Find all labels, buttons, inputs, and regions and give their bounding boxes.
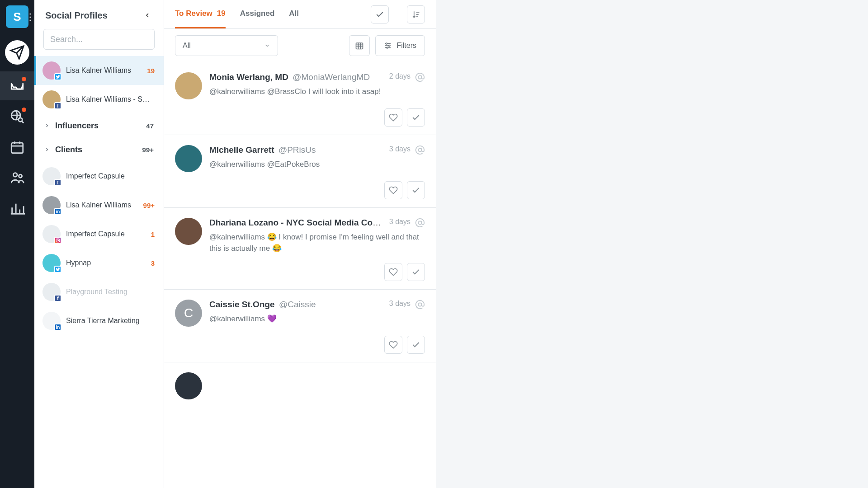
nav-rail: S <box>0 0 34 488</box>
message-time: 3 days <box>389 218 410 226</box>
check-icon <box>411 267 420 277</box>
message-item[interactable] <box>164 362 436 454</box>
tab-all[interactable]: All <box>289 0 299 28</box>
profile-count: 3 <box>151 259 155 267</box>
mention-icon <box>415 218 425 229</box>
toolbar: All Filters <box>164 29 436 62</box>
message-time: 2 days <box>389 72 410 80</box>
group-clients[interactable]: Clients 99+ <box>34 138 164 162</box>
svg-point-6 <box>57 239 58 241</box>
profile-item[interactable]: f Playground Testing <box>34 277 164 306</box>
type-dropdown[interactable]: All <box>175 35 278 56</box>
nav-reports[interactable] <box>0 194 34 223</box>
mention-icon <box>415 72 425 84</box>
facebook-icon: f <box>54 102 61 109</box>
like-button[interactable] <box>384 181 402 199</box>
like-button[interactable] <box>384 263 402 281</box>
facebook-icon: f <box>54 295 61 302</box>
linkedin-icon: in <box>54 324 61 331</box>
profile-name: Hypnap <box>66 259 146 267</box>
chevron-right-icon <box>44 122 50 130</box>
profile-item[interactable]: f Imperfect Capsule <box>34 162 164 191</box>
message-handle: @MoniaWerlangMD <box>292 72 370 82</box>
message-author: Dhariana Lozano - NYC Social Media Con… <box>209 218 385 227</box>
avatar <box>175 372 202 399</box>
profile-name: Playground Testing <box>66 288 155 296</box>
tab-to-review[interactable]: To Review 19 <box>175 0 226 28</box>
message-author: Monia Werlang, MD <box>209 72 288 82</box>
app-logo-letter: S <box>13 10 21 24</box>
avatar <box>175 72 202 99</box>
tab-label: To Review <box>175 9 212 18</box>
group-influencers[interactable]: Influencers 47 <box>34 114 164 138</box>
profile-item[interactable]: Lisa Kalner Williams 19 <box>34 56 164 85</box>
group-name: Influencers <box>55 121 141 131</box>
group-count: 47 <box>146 122 154 130</box>
people-icon <box>9 170 25 186</box>
avatar: f <box>42 90 61 108</box>
check-icon <box>411 186 420 195</box>
complete-button[interactable] <box>407 263 425 281</box>
tab-label: Assigned <box>240 9 275 18</box>
sort-button[interactable] <box>407 5 425 23</box>
profile-item[interactable]: Imperfect Capsule 1 <box>34 220 164 249</box>
filters-button[interactable]: Filters <box>375 35 425 56</box>
app-logo[interactable]: S <box>6 5 28 28</box>
message-feed[interactable]: Monia Werlang, MD @MoniaWerlangMD 2 days… <box>164 62 436 488</box>
detail-panel <box>436 0 868 488</box>
tab-label: All <box>289 9 299 18</box>
like-button[interactable] <box>384 108 402 127</box>
avatar-initial: C <box>184 306 193 320</box>
message-item[interactable]: Michelle Garrett @PRisUs 3 days @kalnerw… <box>164 135 436 208</box>
nav-inbox[interactable] <box>0 71 34 100</box>
complete-button[interactable] <box>407 336 425 354</box>
complete-button[interactable] <box>407 181 425 199</box>
message-text: @kalnerwilliams @EatPokeBros <box>209 159 425 170</box>
svg-rect-2 <box>11 143 23 153</box>
tab-assigned[interactable]: Assigned <box>240 0 275 28</box>
calendar-grid-icon <box>355 41 364 50</box>
profile-list: Lisa Kalner Williams 19 f Lisa Kalner Wi… <box>34 56 164 488</box>
svg-point-10 <box>387 47 388 48</box>
svg-point-4 <box>19 174 22 178</box>
tab-count: 19 <box>217 9 226 18</box>
message-item[interactable]: Dhariana Lozano - NYC Social Media Con… … <box>164 208 436 290</box>
svg-point-11 <box>418 75 421 79</box>
heart-icon <box>389 267 398 277</box>
profile-name: Lisa Kalner Williams <box>66 66 142 75</box>
sliders-icon <box>384 42 392 50</box>
profile-item[interactable]: Hypnap 3 <box>34 249 164 277</box>
chevron-down-icon <box>264 42 270 49</box>
profile-name: Imperfect Capsule <box>66 172 155 180</box>
heart-icon <box>389 186 398 195</box>
message-time: 3 days <box>389 300 410 308</box>
avatar <box>175 145 202 172</box>
profile-item[interactable]: in Lisa Kalner Williams 99+ <box>34 191 164 220</box>
profile-item[interactable]: f Lisa Kalner Williams - S… <box>34 85 164 114</box>
message-item[interactable]: C Caissie St.Onge @Caissie 3 days @kalne… <box>164 290 436 362</box>
check-icon <box>375 10 384 19</box>
svg-rect-5 <box>56 239 60 242</box>
nav-team[interactable] <box>0 164 34 192</box>
search-input[interactable] <box>43 29 155 50</box>
mark-all-button[interactable] <box>371 5 389 23</box>
dropdown-label: All <box>183 42 191 50</box>
complete-button[interactable] <box>407 108 425 127</box>
group-count: 99+ <box>142 146 154 154</box>
instagram-icon <box>54 237 61 244</box>
message-text: @kalnerwilliams 😂 I know! I promise I'm … <box>209 232 425 254</box>
profile-name: Lisa Kalner Williams <box>66 201 138 209</box>
nav-calendar[interactable] <box>0 133 34 162</box>
message-item[interactable]: Monia Werlang, MD @MoniaWerlangMD 2 days… <box>164 62 436 135</box>
profile-name: Lisa Kalner Williams - S… <box>66 95 155 103</box>
avatar: f <box>42 283 61 301</box>
date-range-button[interactable] <box>349 35 370 56</box>
like-button[interactable] <box>384 336 402 354</box>
profile-item[interactable]: in Sierra Tierra Marketing <box>34 306 164 335</box>
nav-discovery[interactable] <box>0 102 34 131</box>
compose-button[interactable] <box>0 38 34 67</box>
avatar <box>42 61 61 80</box>
profile-count: 19 <box>147 67 155 75</box>
collapse-sidebar-button[interactable] <box>142 10 153 21</box>
svg-point-14 <box>418 303 421 306</box>
